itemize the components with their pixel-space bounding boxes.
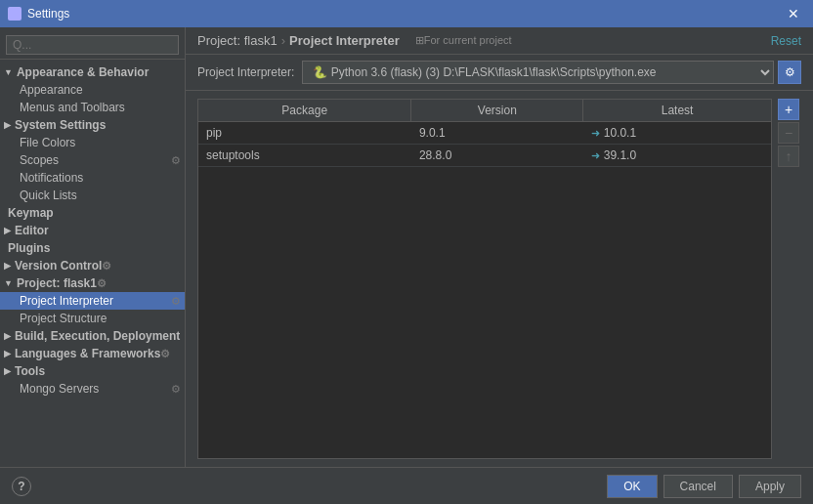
bottom-bar: ? OK Cancel Apply [0, 467, 813, 504]
chevron-right-icon: ▶ [4, 120, 11, 130]
col-version: Version [411, 100, 583, 122]
content-header: Project: flask1 › Project Interpreter ⊞F… [186, 27, 813, 55]
breadcrumb-page: Project Interpreter [289, 33, 400, 48]
update-arrow-icon: ➜ [591, 127, 600, 139]
interpreter-label: Project Interpreter: [197, 65, 294, 79]
chevron-right-icon: ▶ [4, 331, 11, 341]
chevron-down-icon: ▼ [4, 278, 13, 288]
sidebar-item-system-settings[interactable]: ▶ System Settings [0, 116, 185, 134]
sidebar-item-appearance-behavior[interactable]: ▼ Appearance & Behavior [0, 63, 185, 81]
package-name: pip [198, 122, 411, 145]
package-latest: ➜10.0.1 [583, 122, 771, 145]
package-version: 9.0.1 [411, 122, 583, 145]
col-latest: Latest [583, 100, 771, 122]
sidebar-item-quick-lists[interactable]: Quick Lists [0, 187, 185, 204]
sidebar-section-label: Editor [15, 224, 49, 237]
settings-icon: ⚙ [171, 383, 181, 396]
sidebar-item-build-execution[interactable]: ▶ Build, Execution, Deployment [0, 327, 185, 345]
sidebar-item-keymap[interactable]: Keymap [0, 204, 185, 222]
sidebar-section-label: Languages & Frameworks [15, 347, 160, 360]
breadcrumb-project: Project: flask1 [197, 33, 278, 48]
interpreter-settings-button[interactable]: ⚙ [778, 61, 801, 84]
sidebar-item-tools[interactable]: ▶ Tools [0, 362, 185, 380]
sidebar-item-project-flask1[interactable]: ▼ Project: flask1 ⚙ [0, 274, 185, 292]
settings-icon: ⚙ [171, 154, 181, 167]
sidebar-section-label: Version Control [15, 259, 102, 273]
sidebar-section-label: System Settings [15, 118, 106, 132]
up-icon: ↑ [786, 149, 792, 163]
close-button[interactable]: ✕ [782, 4, 805, 23]
window-title: Settings [27, 7, 69, 21]
remove-package-button[interactable]: − [778, 122, 799, 144]
ok-button[interactable]: OK [607, 475, 657, 498]
package-table: Package Version Latest pip 9.0.1 ➜10.0.1… [197, 99, 772, 459]
col-package: Package [198, 100, 411, 122]
up-button[interactable]: ↑ [778, 146, 799, 167]
table-row[interactable]: setuptools 28.8.0 ➜39.1.0 [198, 145, 771, 167]
chevron-right-icon: ▶ [4, 366, 11, 376]
sidebar-section-label: Tools [15, 364, 45, 378]
sidebar-item-editor[interactable]: ▶ Editor [0, 222, 185, 239]
interpreter-select-wrap: 🐍 Python 3.6 (flask) (3) D:\FLASK\flask1… [302, 61, 801, 84]
search-box [0, 31, 185, 60]
sidebar-item-languages-frameworks[interactable]: ▶ Languages & Frameworks ⚙ [0, 345, 185, 362]
chevron-right-icon: ▶ [4, 226, 11, 235]
sidebar-section-label: Plugins [8, 241, 50, 255]
plus-icon: + [785, 103, 792, 116]
project-note: ⊞For current project [415, 34, 512, 47]
app-icon [8, 7, 21, 21]
sidebar-item-mongo-servers[interactable]: Mongo Servers ⚙ [0, 380, 185, 398]
sidebar-item-menus-toolbars[interactable]: Menus and Toolbars [0, 99, 185, 116]
sidebar-item-project-structure[interactable]: Project Structure [0, 310, 185, 327]
minus-icon: − [785, 126, 792, 140]
sidebar-section-label: Keymap [8, 206, 54, 220]
sidebar-section-label: Appearance & Behavior [17, 65, 149, 79]
package-version: 28.8.0 [411, 145, 583, 167]
title-bar: Settings ✕ [0, 0, 813, 27]
settings-icon: ⚙ [171, 295, 181, 308]
gear-icon: ⚙ [785, 65, 795, 79]
add-package-button[interactable]: + [778, 99, 799, 120]
content-area: Project: flask1 › Project Interpreter ⊞F… [186, 27, 813, 467]
interpreter-bar: Project Interpreter: 🐍 Python 3.6 (flask… [186, 55, 813, 91]
help-button[interactable]: ? [12, 477, 31, 496]
table-row[interactable]: pip 9.0.1 ➜10.0.1 [198, 122, 771, 145]
dialog-buttons: OK Cancel Apply [607, 475, 801, 498]
main-area: ▼ Appearance & Behavior Appearance Menus… [0, 27, 813, 467]
package-name: setuptools [198, 145, 411, 167]
reset-link[interactable]: Reset [771, 34, 801, 48]
search-input[interactable] [6, 35, 179, 55]
sidebar-item-version-control[interactable]: ▶ Version Control ⚙ [0, 257, 185, 274]
sidebar-item-project-interpreter[interactable]: Project Interpreter ⚙ [0, 292, 185, 310]
update-arrow-icon: ➜ [591, 149, 600, 161]
sidebar-item-notifications[interactable]: Notifications [0, 169, 185, 187]
sidebar-section-label: Build, Execution, Deployment [15, 329, 180, 343]
chevron-down-icon: ▼ [4, 67, 13, 77]
breadcrumb-separator: › [281, 33, 285, 48]
sidebar-item-file-colors[interactable]: File Colors [0, 134, 185, 151]
table-actions: + − ↑ [776, 99, 801, 459]
apply-button[interactable]: Apply [739, 475, 801, 498]
dialog-body: ▼ Appearance & Behavior Appearance Menus… [0, 27, 813, 504]
sidebar-item-scopes[interactable]: Scopes ⚙ [0, 151, 185, 169]
sidebar-section-label: Project: flask1 [17, 276, 97, 290]
sidebar: ▼ Appearance & Behavior Appearance Menus… [0, 27, 186, 467]
interpreter-select[interactable]: 🐍 Python 3.6 (flask) (3) D:\FLASK\flask1… [302, 61, 774, 84]
chevron-right-icon: ▶ [4, 349, 11, 358]
settings-icon: ⚙ [160, 348, 170, 360]
sidebar-item-plugins[interactable]: Plugins [0, 239, 185, 257]
settings-icon: ⚙ [97, 277, 107, 290]
cancel-button[interactable]: Cancel [663, 475, 733, 498]
package-latest: ➜39.1.0 [583, 145, 771, 167]
breadcrumb: Project: flask1 › Project Interpreter [197, 33, 400, 48]
sidebar-item-appearance[interactable]: Appearance [0, 81, 185, 99]
settings-icon: ⚙ [102, 260, 111, 273]
chevron-right-icon: ▶ [4, 261, 11, 271]
package-table-wrap: Package Version Latest pip 9.0.1 ➜10.0.1… [186, 91, 813, 467]
